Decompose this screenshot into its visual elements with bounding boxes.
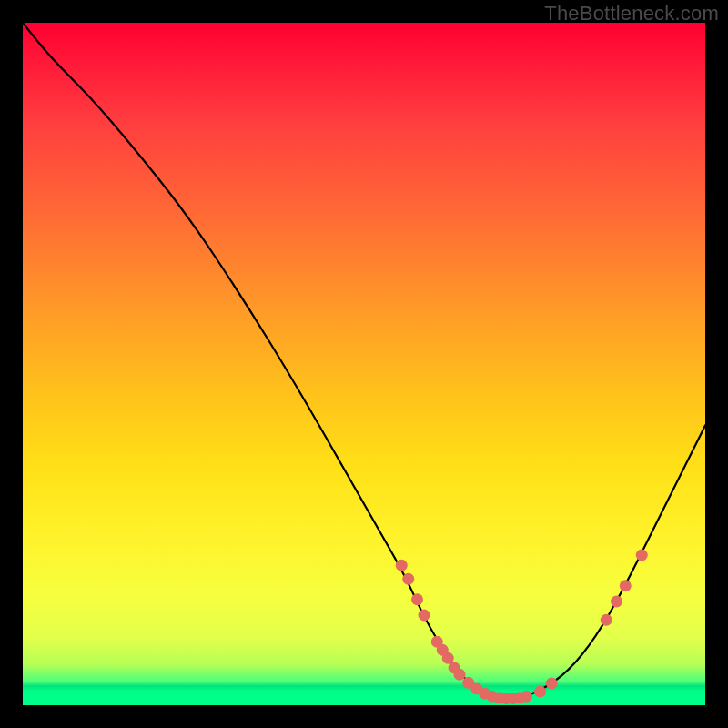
curve-marker [454,669,466,681]
curve-marker [611,596,622,608]
curve-marker [546,678,558,690]
curve-marker [601,614,612,626]
plot-area [23,23,705,705]
curve-marker [521,691,532,703]
curve-markers [396,550,648,705]
curve-marker [402,573,414,585]
bottleneck-curve [23,23,705,698]
curve-marker [620,580,632,592]
chart-frame: TheBottleneck.com [0,0,728,728]
curve-svg [23,23,705,705]
curve-marker [636,550,648,561]
curve-marker [534,686,546,698]
curve-marker [396,560,408,571]
watermark-text: TheBottleneck.com [544,2,719,25]
curve-marker [419,610,430,622]
curve-marker [411,593,423,605]
